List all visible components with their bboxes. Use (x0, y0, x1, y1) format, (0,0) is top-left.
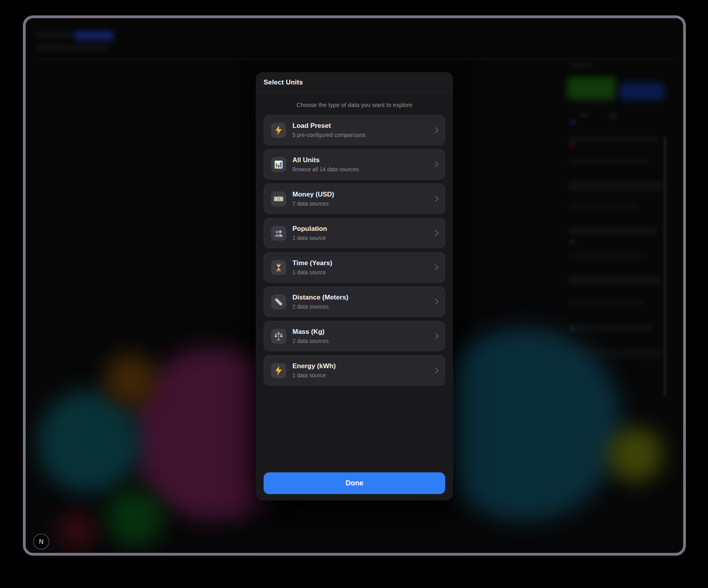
unit-option-text: Mass (Kg)2 data sources (292, 328, 329, 344)
unit-option-text: Population1 data source (292, 225, 327, 241)
zap-icon (271, 363, 286, 378)
blurred-bubble-teal-small (37, 390, 141, 494)
unit-option-text: Distance (Meters)2 data sources (292, 294, 348, 310)
unit-option-subtitle: 1 data source (292, 372, 336, 378)
modal-subtitle: Choose the type of data you want to expl… (264, 101, 445, 108)
unit-option-text: Time (Years)1 data source (292, 259, 332, 275)
blurred-sidebar-row (568, 227, 657, 235)
unit-option-subtitle: 2 data sources (292, 303, 348, 310)
blurred-header-text (37, 31, 71, 39)
unit-option-all-units[interactable]: All UnitsBrowse all 14 data sources (264, 149, 445, 180)
money-icon: $ (271, 191, 286, 206)
unit-option-text: All UnitsBrowse all 14 data sources (292, 156, 359, 172)
blurred-scrollbar (663, 137, 667, 397)
unit-option-title: Energy (kWh) (292, 362, 336, 370)
blurred-bubble-yellow (608, 427, 663, 482)
modal-header: Select Units (256, 72, 453, 93)
blurred-status-dot (569, 239, 575, 244)
blurred-sidebar-row (568, 253, 647, 259)
brand-logo-letter: N (39, 538, 44, 545)
unit-option-distance-meters[interactable]: Distance (Meters)2 data sources (264, 287, 445, 317)
unit-option-time-years[interactable]: Time (Years)1 data source (264, 252, 445, 283)
brand-logo[interactable]: N (33, 534, 49, 550)
bar-chart-icon (271, 157, 286, 172)
blurred-status-dot (569, 142, 575, 147)
blurred-sidebar-row (568, 158, 649, 164)
blurred-sidebar-row (568, 181, 663, 191)
unit-options-list: Load Preset5 pre-configured comparisons … (264, 115, 445, 386)
blurred-sidebar-row (568, 204, 639, 210)
unit-option-subtitle: Browse all 14 data sources (292, 166, 359, 172)
unit-option-title: Time (Years) (292, 259, 332, 267)
blurred-bubble-red (58, 512, 96, 550)
modal-title: Select Units (264, 79, 303, 86)
unit-option-title: Mass (Kg) (292, 328, 329, 336)
unit-option-subtitle: 2 data sources (292, 338, 329, 344)
unit-option-title: All Units (292, 156, 359, 164)
blurred-header-divider (34, 59, 674, 60)
unit-option-subtitle: 1 data source (292, 269, 332, 275)
app-window-content: N Select Units Choose the type of data y… (26, 18, 683, 553)
zap-icon (271, 123, 286, 138)
chevron-right-icon (433, 367, 439, 374)
select-units-modal: Select Units Choose the type of data you… (256, 72, 453, 500)
population-icon (271, 226, 286, 241)
unit-option-mass-kg[interactable]: Mass (Kg)2 data sources (264, 321, 445, 351)
scale-icon (271, 329, 286, 344)
unit-option-population[interactable]: Population1 data source (264, 218, 445, 248)
unit-option-text: Money (USD)7 data sources (292, 191, 334, 207)
screenshot-root: N Select Units Choose the type of data y… (0, 0, 708, 588)
blurred-bubble-teal-large (428, 328, 622, 521)
blurred-header-subtext (37, 44, 110, 51)
unit-option-text: Load Preset5 pre-configured comparisons (292, 122, 365, 138)
blurred-green-button (567, 77, 616, 100)
unit-option-text: Energy (kWh)1 data source (292, 362, 336, 378)
unit-option-subtitle: 7 data sources (292, 200, 334, 207)
blurred-bubble-green (105, 489, 164, 547)
blurred-sidebar-icon (580, 112, 588, 118)
blurred-bubble-orange (105, 354, 157, 406)
blurred-blue-button (74, 31, 113, 40)
chevron-right-icon (433, 161, 439, 168)
blurred-status-dot (569, 120, 576, 124)
unit-option-energy-kwh[interactable]: Energy (kWh)1 data source (264, 355, 445, 386)
blurred-sidebar-label (569, 62, 592, 68)
unit-option-subtitle: 5 pre-configured comparisons (292, 132, 365, 138)
hourglass-icon (271, 260, 286, 275)
blurred-sidebar-row (568, 300, 643, 306)
chevron-right-icon (433, 264, 439, 271)
chevron-right-icon (433, 333, 439, 339)
blurred-blue-button-sidebar (620, 82, 664, 100)
app-window: N Select Units Choose the type of data y… (23, 15, 686, 556)
blurred-sidebar-row (568, 275, 661, 285)
chevron-right-icon (433, 127, 439, 133)
chevron-right-icon (433, 299, 439, 305)
unit-option-subtitle: 1 data source (292, 235, 327, 241)
done-button[interactable]: Done (264, 472, 445, 494)
chevron-right-icon (433, 230, 439, 236)
unit-option-title: Money (USD) (292, 191, 334, 198)
ruler-icon (271, 294, 286, 309)
unit-option-load-preset[interactable]: Load Preset5 pre-configured comparisons (264, 115, 445, 145)
blurred-sidebar-icon (609, 113, 617, 119)
modal-body: Choose the type of data you want to expl… (256, 101, 453, 386)
unit-option-money-usd[interactable]: $Money (USD)7 data sources (264, 184, 445, 214)
blurred-sidebar-row (568, 137, 659, 142)
unit-option-title: Load Preset (292, 122, 365, 130)
chevron-right-icon (433, 196, 439, 202)
unit-option-title: Population (292, 225, 327, 233)
blurred-sidebar-row (568, 324, 653, 331)
unit-option-title: Distance (Meters) (292, 294, 348, 301)
